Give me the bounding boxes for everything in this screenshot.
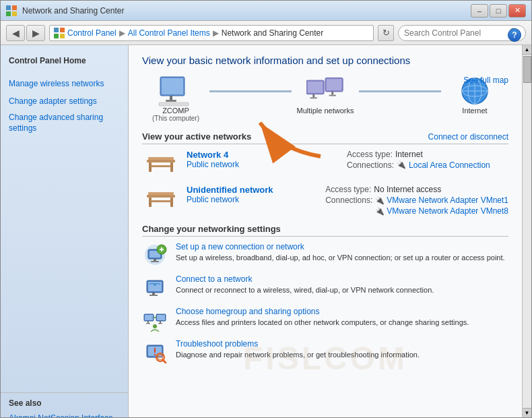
sidebar-manage-wireless[interactable]: Manage wireless networks <box>1 75 128 92</box>
refresh-button[interactable]: ↻ <box>378 25 394 41</box>
svg-rect-55 <box>157 315 165 320</box>
svg-rect-41 <box>151 261 159 262</box>
close-button[interactable]: ✕ <box>508 4 526 18</box>
connection-link-1-0[interactable]: VMware Network Adapter VMnet1 <box>387 196 508 205</box>
svg-rect-56 <box>160 321 161 323</box>
network-type-1[interactable]: Public network <box>187 195 316 204</box>
settings-section: Set up a new connection or network Set u… <box>142 242 508 365</box>
conn-icon-1-0: 🔌 <box>375 196 385 205</box>
network-bench-icon-0 <box>145 150 177 177</box>
networks-icon <box>306 76 344 107</box>
see-also-akamai[interactable]: Akamai NetSession Interface Control Pane… <box>1 411 128 417</box>
network-item-info-0: Network 4 Public network <box>187 150 337 169</box>
network-name-1[interactable]: Unidentified network <box>187 185 316 195</box>
svg-rect-12 <box>166 100 176 102</box>
settings-link-0[interactable]: Set up a new connection or network <box>176 242 508 251</box>
sidebar-change-advanced[interactable]: Change advanced sharing settings <box>1 110 128 136</box>
settings-link-3[interactable]: Troubleshoot problems <box>176 339 508 349</box>
svg-point-49 <box>154 283 156 286</box>
settings-content-3: Troubleshoot problems Diagnose and repai… <box>176 339 508 360</box>
svg-rect-36 <box>151 200 171 202</box>
forward-button[interactable]: ▶ <box>26 25 45 41</box>
net-line-2 <box>359 90 441 92</box>
network-details-0: Access type: Internet Connections: 🔌 Loc… <box>347 150 508 170</box>
settings-desc-0: Set up a wireless, broadband, dial-up, a… <box>176 253 505 262</box>
svg-rect-40 <box>154 259 156 261</box>
node-computer: ZCOMP (This computer) <box>142 76 209 122</box>
help-button[interactable]: ? <box>508 28 521 42</box>
svg-rect-6 <box>54 34 59 38</box>
svg-rect-3 <box>12 11 17 16</box>
path-icon <box>54 28 65 38</box>
settings-link-2[interactable]: Choose homegroup and sharing options <box>176 307 508 316</box>
connection-icon-0: 🔌 <box>397 160 406 170</box>
path-control-panel[interactable]: Control Panel <box>67 28 117 38</box>
back-button[interactable]: ◀ <box>6 25 25 41</box>
svg-rect-20 <box>331 92 333 95</box>
svg-rect-48 <box>149 295 158 296</box>
svg-rect-29 <box>149 162 152 172</box>
address-bar: ◀ ▶ Control Panel ▶ All Control Panel It… <box>1 21 531 45</box>
path-all-items[interactable]: All Control Panel Items <box>128 28 210 38</box>
svg-line-64 <box>163 360 166 363</box>
connection-link-0-0[interactable]: Local Area Connection <box>409 160 490 170</box>
scroll-up-button[interactable]: ▲ <box>523 45 532 55</box>
address-path[interactable]: Control Panel ▶ All Control Panel Items … <box>49 25 374 41</box>
see-also-title: See also <box>1 398 128 408</box>
connect-disconnect-link[interactable]: Connect or disconnect <box>428 132 508 142</box>
svg-rect-31 <box>151 165 171 167</box>
scroll-thumb[interactable] <box>523 56 531 83</box>
network-name-0[interactable]: Network 4 <box>187 150 337 160</box>
connections-label-1: Connections: <box>325 196 372 205</box>
node-networks-label: Multiple networks <box>297 107 354 115</box>
sidebar: Control Panel Home Manage wireless netwo… <box>1 45 129 417</box>
sidebar-change-adapter[interactable]: Change adapter settings <box>1 92 128 110</box>
conn-icon-1-1: 🔌 <box>375 207 385 216</box>
svg-rect-33 <box>148 192 174 195</box>
connection-link-1-1[interactable]: VMware Network Adapter VMnet8 <box>387 206 508 216</box>
svg-rect-32 <box>147 195 175 198</box>
svg-rect-35 <box>170 198 173 207</box>
svg-rect-1 <box>12 5 17 10</box>
svg-rect-7 <box>60 34 65 38</box>
settings-content-2: Choose homegroup and sharing options Acc… <box>176 307 508 328</box>
settings-link-1[interactable]: Connect to a network <box>176 274 508 284</box>
settings-icon-3 <box>142 339 168 365</box>
settings-desc-2: Access files and printers located on oth… <box>176 318 469 326</box>
minimize-button[interactable]: – <box>471 4 488 18</box>
access-type-row-1: Access type: No Internet access <box>325 185 508 194</box>
sidebar-home[interactable]: Control Panel Home <box>1 52 128 69</box>
main-layout: Control Panel Home Manage wireless netwo… <box>1 45 531 417</box>
network-type-0[interactable]: Public network <box>187 160 337 169</box>
window-controls: – □ ✕ <box>471 4 526 18</box>
help-button-area: ? <box>508 28 521 42</box>
scroll-down-button[interactable]: ▼ <box>523 408 532 417</box>
nav-buttons: ◀ ▶ <box>6 25 45 41</box>
active-networks-title: View your active networks <box>142 131 251 142</box>
svg-rect-47 <box>152 293 155 295</box>
access-type-label-1: Access type: <box>325 185 371 194</box>
node-internet-label: Internet <box>462 107 487 115</box>
svg-rect-16 <box>312 94 314 98</box>
access-type-label-0: Access type: <box>347 150 393 159</box>
svg-rect-0 <box>6 5 11 10</box>
svg-point-63 <box>158 355 163 360</box>
svg-rect-53 <box>146 323 150 324</box>
network-item-info-1: Unidentified network Public network <box>187 185 316 204</box>
svg-rect-28 <box>148 157 174 160</box>
settings-icon-1 <box>142 274 168 300</box>
search-input[interactable] <box>404 28 506 38</box>
svg-rect-34 <box>149 198 152 207</box>
title-text: Network and Sharing Center <box>22 6 124 16</box>
svg-rect-57 <box>158 323 162 324</box>
network-diagram: ZCOMP (This computer) <box>142 76 508 122</box>
maximize-button[interactable]: □ <box>490 4 507 18</box>
svg-rect-17 <box>310 97 317 98</box>
see-full-map-link[interactable]: See full map <box>463 76 508 85</box>
change-networking-header: Change your networking settings <box>142 224 508 237</box>
svg-rect-51 <box>145 315 153 320</box>
title-bar: Network and Sharing Center – □ ✕ <box>1 1 531 21</box>
net-line-1 <box>209 90 292 92</box>
scrollbar[interactable]: ▲ ▼ <box>522 45 531 417</box>
connections-row-0: Connections: 🔌 Local Area Connection <box>347 160 508 170</box>
